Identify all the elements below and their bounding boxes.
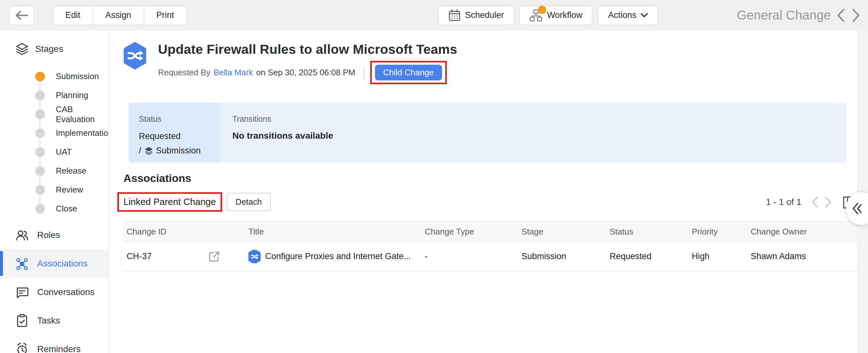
status-panel: Status Requested / Submission Transition…: [128, 103, 846, 162]
stage-label: UAT: [56, 147, 72, 157]
scheduler-button[interactable]: Scheduler: [438, 5, 515, 25]
requested-by-label: Requested By: [158, 68, 210, 77]
next-record-button[interactable]: [851, 7, 862, 23]
associations-heading: Associations: [123, 172, 857, 185]
page-header: Update Firewall Rules to allow Microsoft…: [123, 42, 857, 84]
stage-dot-current: [35, 72, 45, 82]
stage-list: Submission Planning CAB Evaluation Imple…: [0, 67, 108, 218]
cell-change-owner: Shawn Adams: [747, 252, 857, 261]
status-label: Status: [139, 115, 220, 124]
main-panel: Update Firewall Rules to allow Microsoft…: [109, 30, 868, 353]
sidebar-item-reminders[interactable]: Reminders: [0, 335, 108, 353]
table-header-row: Change ID Title Change Type Stage Status…: [123, 221, 857, 242]
tab-linked-parent-change[interactable]: Linked Parent Change: [123, 197, 216, 207]
stage-item-implementation[interactable]: Implementation: [0, 124, 108, 142]
tasks-icon: [16, 314, 29, 327]
detach-button[interactable]: Detach: [227, 193, 271, 211]
stage-label: Close: [56, 204, 77, 214]
stage-layers-icon: [145, 147, 153, 155]
print-button[interactable]: Print: [144, 5, 187, 25]
arrow-left-icon: [15, 10, 29, 21]
assign-button[interactable]: Assign: [93, 5, 144, 25]
workflow-button[interactable]: Workflow: [519, 5, 593, 25]
stages-section-header: Stages: [0, 39, 108, 59]
sidebar-item-label: Tasks: [37, 316, 60, 326]
table-row[interactable]: CH-37: [123, 242, 857, 271]
cell-change-type: -: [422, 252, 518, 261]
layers-icon: [16, 42, 29, 56]
prev-record-button[interactable]: [835, 7, 846, 23]
stage-dot: [35, 185, 45, 195]
double-chevron-left-icon: [851, 201, 862, 216]
child-change-badge[interactable]: Child Change: [375, 65, 442, 81]
sidebar-item-roles[interactable]: Roles: [0, 221, 108, 249]
workflow-label: Workflow: [547, 10, 582, 20]
requester-link[interactable]: Bella Mark: [214, 68, 253, 77]
chevron-down-icon: [641, 13, 648, 18]
col-header-change-id[interactable]: Change ID: [123, 227, 205, 237]
back-button[interactable]: [9, 5, 35, 25]
calendar-icon: [448, 9, 461, 22]
template-navigator: General Change: [737, 7, 862, 23]
cell-title[interactable]: Configure Proxies and Internet Gate...: [245, 250, 422, 263]
transitions-label: Transitions: [232, 115, 846, 124]
actions-dropdown-button[interactable]: Actions: [598, 5, 658, 25]
sidebar-nav: Roles Associations: [0, 221, 108, 353]
transitions-card: Transitions No transitions available: [220, 103, 846, 162]
associations-table: Change ID Title Change Type Stage Status…: [123, 221, 857, 271]
page-header-text: Update Firewall Rules to allow Microsoft…: [158, 42, 457, 84]
page-next-button[interactable]: [823, 195, 833, 209]
stage-item-close[interactable]: Close: [0, 199, 108, 218]
page-prev-button[interactable]: [810, 195, 820, 209]
stage-item-cab-evaluation[interactable]: CAB Evaluation: [0, 105, 108, 124]
col-header-stage[interactable]: Stage: [518, 227, 607, 237]
transitions-text: No transitions available: [232, 131, 846, 141]
stage-item-review[interactable]: Review: [0, 180, 108, 199]
edit-button[interactable]: Edit: [53, 5, 93, 25]
col-header-change-type[interactable]: Change Type: [422, 227, 518, 237]
stage-dot: [35, 128, 45, 138]
col-header-title[interactable]: Title: [245, 227, 422, 237]
stage-value: Submission: [156, 146, 201, 156]
annotation-box-child-change: Child Change: [370, 61, 447, 84]
roles-icon: [16, 228, 29, 242]
stages-label: Stages: [35, 44, 63, 54]
stage-dot: [35, 166, 45, 176]
sidebar-item-associations[interactable]: Associations: [0, 249, 108, 278]
stage-dot: [35, 147, 45, 157]
sidebar-item-conversations[interactable]: Conversations: [0, 278, 108, 306]
request-meta-line: Requested By Bella Mark on Sep 30, 2025 …: [158, 61, 457, 84]
change-type-icon: [123, 42, 147, 69]
stage-label: CAB Evaluation: [56, 104, 108, 124]
stage-item-submission[interactable]: Submission: [0, 67, 108, 86]
stage-item-release[interactable]: Release: [0, 161, 108, 180]
stage-label: Planning: [56, 90, 88, 100]
conversations-icon: [16, 285, 29, 299]
change-detail-page: Edit Assign Print Scheduler: [0, 0, 868, 353]
col-header-priority[interactable]: Priority: [688, 227, 747, 237]
status-stage-line: / Submission: [139, 146, 220, 156]
pagination-controls: 1 - 1 of 1: [766, 195, 857, 209]
template-name: General Change: [737, 8, 831, 23]
stage-item-planning[interactable]: Planning: [0, 86, 108, 105]
col-header-change-owner[interactable]: Change Owner: [747, 227, 857, 237]
sidebar-item-label: Reminders: [37, 344, 81, 353]
col-header-status[interactable]: Status: [607, 227, 688, 237]
top-toolbar: Edit Assign Print Scheduler: [0, 0, 868, 30]
page-range: 1 - 1 of 1: [766, 197, 801, 207]
cell-open-link[interactable]: [205, 251, 245, 262]
left-sidebar: Stages Submission Planning CAB Evaluatio…: [0, 30, 109, 353]
record-actions-group: Edit Assign Print: [53, 5, 187, 25]
sidebar-item-label: Conversations: [37, 287, 95, 297]
sidebar-item-tasks[interactable]: Tasks: [0, 306, 108, 335]
stage-item-uat[interactable]: UAT: [0, 142, 108, 161]
page-title: Update Firewall Rules to allow Microsoft…: [158, 42, 457, 57]
tool-buttons-group: Scheduler Workflow Actions: [438, 5, 658, 25]
stage-label: Implementation: [56, 128, 109, 138]
page-next-icon: [825, 196, 832, 208]
sidebar-item-label: Associations: [37, 258, 88, 269]
linked-change-icon: [248, 250, 260, 263]
status-value: Requested: [139, 131, 220, 141]
associations-toolbar: Linked Parent Change Detach 1 - 1 of 1: [123, 192, 857, 212]
annotation-box-linked-parent-change: Linked Parent Change: [117, 192, 222, 212]
